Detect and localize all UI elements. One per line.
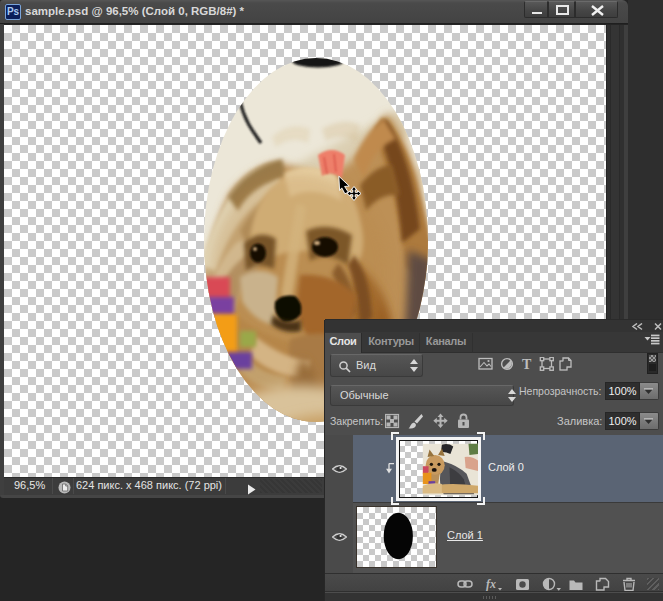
svg-text:T: T [522,357,532,371]
svg-text:fx: fx [486,577,496,591]
